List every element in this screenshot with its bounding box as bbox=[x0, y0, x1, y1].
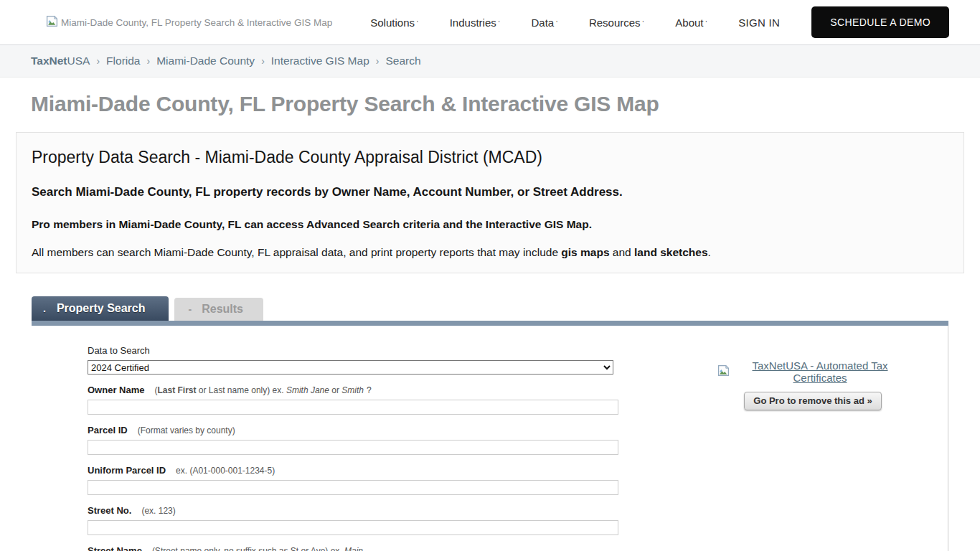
uniform-parcel-id-hint: ex. (A01-000-001-1234-5) bbox=[176, 466, 275, 476]
page-title: Miami-Dade County, FL Property Search & … bbox=[31, 92, 949, 116]
breadcrumb-separator: › bbox=[146, 55, 150, 67]
owner-name-hint: (Last First or Last name only) ex. Smith… bbox=[154, 385, 371, 395]
chevron-down-icon: ' bbox=[643, 19, 644, 27]
schedule-demo-button[interactable]: SCHEDULE A DEMO bbox=[811, 6, 949, 38]
intro-line-1: Search Miami-Dade County, FL property re… bbox=[32, 185, 948, 199]
broken-image-icon bbox=[46, 15, 58, 29]
gis-maps-text: gis maps bbox=[561, 246, 609, 258]
site-header: Miami-Dade County, FL Property Search & … bbox=[0, 0, 980, 44]
street-name-hint: (Street name only, no suffix such as St … bbox=[152, 546, 363, 551]
parcel-id-label: Parcel ID bbox=[88, 425, 128, 435]
field-owner-name: Owner Name(Last First or Last name only)… bbox=[88, 385, 618, 415]
breadcrumb-separator: › bbox=[261, 55, 265, 67]
go-pro-button[interactable]: Go Pro to remove this ad » bbox=[744, 392, 881, 410]
nav-item-industries[interactable]: Industries' bbox=[450, 17, 500, 29]
tab-strip-divider bbox=[32, 321, 948, 326]
breadcrumb-item-search: Search bbox=[385, 55, 420, 67]
breadcrumb-separator: › bbox=[96, 55, 100, 67]
intro-line-2: Pro members in Miami-Dade County, FL can… bbox=[32, 218, 948, 231]
owner-name-label: Owner Name bbox=[88, 385, 144, 395]
field-parcel-id: Parcel ID(Format varies by county) bbox=[88, 425, 618, 455]
breadcrumb-brand[interactable]: TaxNetUSA bbox=[31, 55, 90, 67]
breadcrumb: TaxNetUSA › Florida › Miami-Dade County … bbox=[0, 44, 980, 77]
street-no-input[interactable] bbox=[88, 520, 618, 535]
tab-results[interactable]: - Results bbox=[174, 298, 263, 321]
street-no-hint: (ex. 123) bbox=[141, 506, 175, 516]
breadcrumb-separator: › bbox=[376, 55, 380, 67]
ad-link-text: TaxNetUSA - Automated Tax Certificates bbox=[732, 359, 908, 384]
logo-alt-text: Miami-Dade County, FL Property Search & … bbox=[61, 17, 332, 28]
land-sketches-text: land sketches bbox=[634, 246, 708, 258]
breadcrumb-item-gis-map[interactable]: Interactive GIS Map bbox=[271, 55, 369, 67]
sign-in-link[interactable]: SIGN IN bbox=[738, 17, 780, 29]
data-to-search-label: Data to Search bbox=[88, 345, 150, 356]
field-uniform-parcel-id: Uniform Parcel IDex. (A01-000-001-1234-5… bbox=[88, 465, 618, 495]
street-name-label: Street Name bbox=[88, 545, 142, 551]
field-street-no: Street No.(ex. 123) bbox=[88, 505, 618, 535]
tab-bar: . Property Search - Results bbox=[32, 296, 980, 321]
uniform-parcel-id-input[interactable] bbox=[88, 480, 618, 495]
chevron-down-icon: ' bbox=[556, 19, 557, 27]
chevron-down-icon: ' bbox=[706, 19, 707, 27]
tab-results-label: Results bbox=[202, 303, 243, 316]
street-no-label: Street No. bbox=[88, 505, 131, 516]
nav-item-data[interactable]: Data' bbox=[531, 17, 557, 29]
tab-property-search-label: Property Search bbox=[57, 302, 146, 315]
breadcrumb-item-florida[interactable]: Florida bbox=[106, 55, 140, 67]
parcel-id-hint: (Format varies by county) bbox=[138, 425, 235, 435]
intro-line-3: All members can search Miami-Dade County… bbox=[32, 246, 948, 259]
chevron-down-icon: ' bbox=[499, 19, 500, 27]
chevron-down-icon: ' bbox=[417, 19, 418, 27]
ad-link[interactable]: TaxNetUSA - Automated Tax Certificates bbox=[717, 359, 908, 384]
search-panel: Data to Search 2024 Certified Owner Name… bbox=[32, 326, 948, 551]
nav-item-resources[interactable]: Resources' bbox=[589, 17, 644, 29]
intro-heading: Property Data Search - Miami-Dade County… bbox=[32, 148, 948, 167]
logo-link[interactable]: Miami-Dade County, FL Property Search & … bbox=[46, 15, 332, 29]
field-data-to-search: Data to Search 2024 Certified bbox=[88, 345, 618, 375]
parcel-id-input[interactable] bbox=[88, 440, 618, 455]
owner-name-help-link[interactable]: ? bbox=[367, 385, 372, 395]
owner-name-input[interactable] bbox=[88, 400, 618, 415]
nav-item-solutions[interactable]: Solutions' bbox=[370, 17, 418, 29]
nav-item-about[interactable]: About' bbox=[675, 17, 707, 29]
main-nav: Solutions' Industries' Data' Resources' … bbox=[370, 6, 949, 38]
broken-image-icon bbox=[717, 364, 730, 379]
uniform-parcel-id-label: Uniform Parcel ID bbox=[88, 465, 166, 476]
intro-box: Property Data Search - Miami-Dade County… bbox=[16, 132, 964, 273]
ad-column: TaxNetUSA - Automated Tax Certificates G… bbox=[717, 345, 908, 551]
tab-bullet-icon: - bbox=[189, 303, 192, 315]
breadcrumb-item-county[interactable]: Miami-Dade County bbox=[156, 55, 255, 67]
tab-bullet-icon: . bbox=[43, 303, 46, 314]
property-search-form: Data to Search 2024 Certified Owner Name… bbox=[88, 345, 618, 551]
tab-property-search[interactable]: . Property Search bbox=[32, 296, 169, 321]
field-street-name: Street Name(Street name only, no suffix … bbox=[88, 545, 618, 551]
data-to-search-select[interactable]: 2024 Certified bbox=[88, 360, 613, 375]
